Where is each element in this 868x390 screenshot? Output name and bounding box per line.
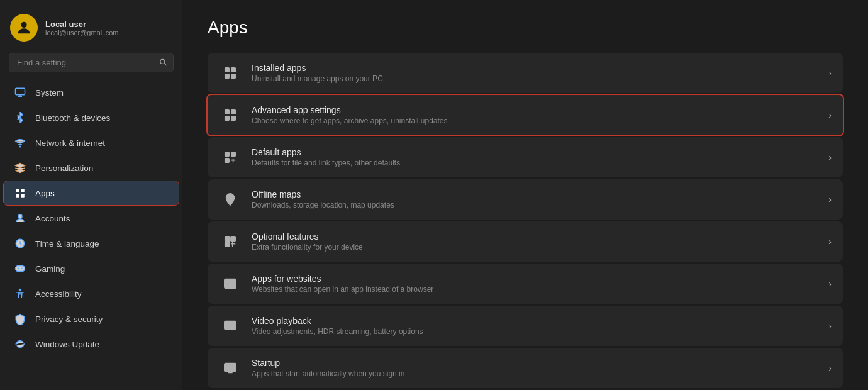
chevron-right-icon: › — [828, 152, 832, 162]
sidebar-label-gaming: Gaming — [35, 264, 65, 274]
settings-icon-video-playback — [219, 315, 242, 337]
update-icon — [14, 338, 26, 350]
settings-item-advanced-app-settings[interactable]: Advanced app settings Choose where to ge… — [208, 95, 843, 135]
user-profile[interactable]: Local user local@user@gmail.com — [0, 8, 182, 53]
system-icon — [14, 86, 26, 99]
sidebar-label-time: Time & language — [35, 239, 99, 248]
sidebar-item-update[interactable]: Windows Update — [4, 332, 179, 356]
avatar — [10, 14, 38, 42]
settings-icon-advanced-app-settings — [219, 104, 242, 126]
svg-rect-3 — [16, 189, 19, 192]
chevron-right-icon: › — [828, 110, 832, 120]
svg-rect-22 — [225, 159, 229, 162]
settings-item-apps-websites[interactable]: Apps for websites Websites that can open… — [208, 264, 843, 304]
svg-rect-9 — [16, 266, 25, 272]
settings-icon-startup — [219, 357, 242, 379]
sidebar-item-apps[interactable]: Apps — [4, 181, 179, 205]
svg-rect-20 — [225, 152, 229, 156]
settings-desc-apps-websites: Websites that can open in an app instead… — [252, 285, 828, 294]
settings-icon-offline-maps — [219, 188, 242, 211]
sidebar-item-accounts[interactable]: Accounts — [4, 206, 179, 230]
network-icon — [14, 136, 26, 149]
settings-title-startup: Startup — [252, 358, 828, 368]
sidebar-label-apps: Apps — [35, 189, 55, 198]
chevron-right-icon: › — [828, 237, 832, 247]
privacy-icon — [14, 313, 26, 325]
svg-rect-25 — [231, 237, 235, 241]
settings-desc-default-apps: Defaults for file and link types, other … — [252, 159, 828, 167]
sidebar-item-bluetooth[interactable]: Bluetooth & devices — [4, 106, 179, 130]
settings-title-optional-features: Optional features — [252, 231, 828, 242]
sidebar-label-personalization: Personalization — [35, 164, 93, 173]
settings-title-offline-maps: Offline maps — [252, 189, 828, 199]
sidebar-item-personalization[interactable]: Personalization — [4, 156, 179, 180]
bluetooth-icon — [14, 111, 26, 124]
sidebar-label-network: Network & internet — [35, 138, 105, 148]
settings-desc-startup: Apps that start automatically when you s… — [252, 369, 828, 378]
sidebar-item-network[interactable]: Network & internet — [4, 131, 179, 155]
accounts-icon — [14, 212, 26, 225]
svg-rect-15 — [225, 110, 229, 114]
chevron-right-icon: › — [828, 363, 832, 373]
time-icon — [14, 237, 26, 250]
svg-point-0 — [21, 22, 26, 28]
settings-title-video-playback: Video playback — [252, 316, 828, 326]
sidebar-label-update: Windows Update — [35, 340, 99, 349]
sidebar-item-privacy[interactable]: Privacy & security — [4, 307, 179, 331]
chevron-right-icon: › — [828, 68, 832, 78]
svg-rect-24 — [225, 237, 230, 241]
sidebar-label-accounts: Accounts — [35, 214, 70, 223]
personalization-icon — [14, 162, 26, 174]
settings-item-startup[interactable]: Startup Apps that start automatically wh… — [208, 348, 843, 388]
accessibility-icon — [14, 287, 26, 300]
settings-item-default-apps[interactable]: Default apps Defaults for file and link … — [208, 137, 843, 177]
settings-icon-apps-websites — [219, 272, 242, 295]
settings-desc-advanced-app-settings: Choose where to get apps, archive apps, … — [252, 116, 828, 125]
settings-desc-video-playback: Video adjustments, HDR streaming, batter… — [252, 327, 828, 336]
settings-title-installed-apps: Installed apps — [252, 63, 828, 73]
user-name: Local user — [45, 20, 118, 29]
settings-list: Installed apps Uninstall and manage apps… — [208, 53, 843, 388]
main-content: Apps Installed apps Uninstall and manage… — [182, 0, 868, 390]
user-info: Local user local@user@gmail.com — [45, 20, 118, 36]
apps-icon — [14, 187, 26, 199]
sidebar-item-time[interactable]: Time & language — [4, 231, 179, 255]
settings-item-video-playback[interactable]: Video playback Video adjustments, HDR st… — [208, 306, 843, 346]
settings-desc-installed-apps: Uninstall and manage apps on your PC — [252, 74, 828, 83]
settings-icon-installed-apps — [219, 62, 242, 84]
user-email: local@user@gmail.com — [45, 29, 118, 36]
search-box[interactable] — [9, 53, 174, 72]
svg-rect-17 — [225, 116, 229, 120]
svg-rect-27 — [225, 279, 236, 289]
sidebar-label-bluetooth: Bluetooth & devices — [35, 113, 110, 123]
svg-point-10 — [19, 289, 21, 291]
svg-rect-13 — [225, 74, 229, 78]
sidebar-item-accessibility[interactable]: Accessibility — [4, 282, 179, 306]
sidebar: Local user local@user@gmail.com System B… — [0, 0, 182, 390]
svg-point-2 — [19, 146, 21, 147]
settings-item-installed-apps[interactable]: Installed apps Uninstall and manage apps… — [208, 53, 843, 93]
settings-title-advanced-app-settings: Advanced app settings — [252, 105, 828, 115]
chevron-right-icon: › — [828, 321, 832, 331]
svg-rect-26 — [225, 242, 230, 247]
settings-item-optional-features[interactable]: Optional features Extra functionality fo… — [208, 221, 843, 262]
svg-point-7 — [18, 214, 22, 218]
settings-item-offline-maps[interactable]: Offline maps Downloads, storage location… — [208, 179, 843, 220]
sidebar-label-accessibility: Accessibility — [35, 289, 82, 299]
svg-rect-11 — [225, 68, 229, 72]
svg-rect-6 — [21, 194, 25, 198]
settings-icon-default-apps — [219, 146, 242, 169]
settings-title-default-apps: Default apps — [252, 147, 828, 157]
gaming-icon — [14, 262, 26, 275]
sidebar-item-gaming[interactable]: Gaming — [4, 257, 179, 281]
sidebar-label-system: System — [35, 88, 64, 98]
svg-rect-12 — [231, 68, 235, 72]
svg-rect-14 — [231, 74, 235, 78]
chevron-right-icon: › — [828, 194, 832, 204]
chevron-right-icon: › — [828, 279, 832, 289]
settings-desc-optional-features: Extra functionality for your device — [252, 243, 828, 252]
svg-rect-21 — [231, 152, 235, 156]
sidebar-item-system[interactable]: System — [4, 81, 179, 104]
svg-rect-16 — [231, 110, 235, 114]
search-input[interactable] — [9, 53, 174, 72]
